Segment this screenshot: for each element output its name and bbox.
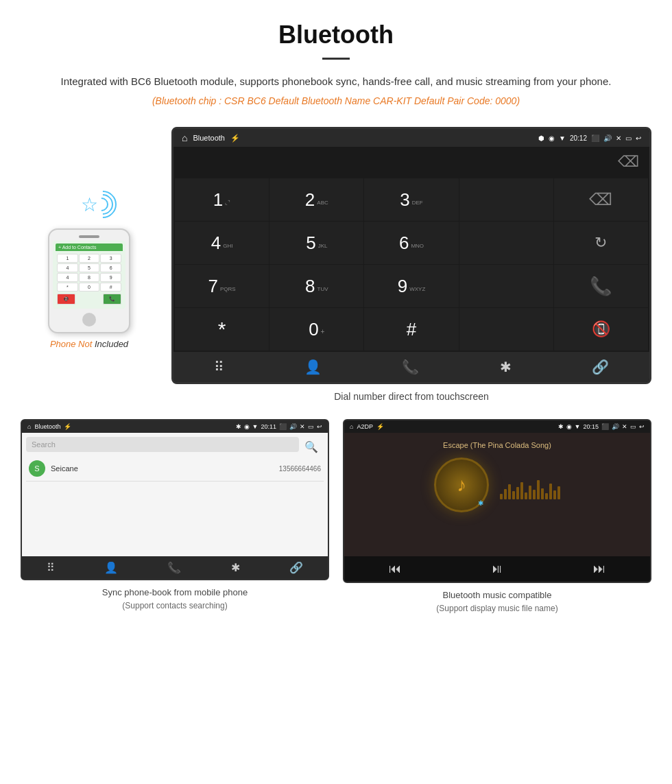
phone-screen-content: 1 2 3 4 5 6 4 8 9 * 0 # (56, 251, 123, 306)
car-screen-wrapper: ⌂ Bluetooth ⚡ ⬢ ◉ ▼ 20:12 ⬛ 🔊 ✕ ▭ ↩ (171, 127, 651, 405)
music-content: Escape (The Pina Colada Song) ♪ ✱ (344, 433, 650, 556)
music-title-bar: A2DP (357, 423, 373, 430)
dial-key-hash[interactable]: # (364, 308, 458, 351)
play-pause-icon[interactable]: ⏯ (491, 562, 503, 576)
call-button[interactable]: 📞 (554, 265, 648, 307)
music-song-title: Escape (The Pina Colada Song) (443, 441, 551, 449)
dial-key-9[interactable]: 9 WXYZ (364, 265, 458, 307)
dial-key-6[interactable]: 6 MNO (364, 222, 458, 264)
back-icon[interactable]: ↩ (636, 134, 641, 142)
music-statusbar-right: ✱ ◉ ▼ 20:15 ⬛ 🔊 ✕ ▭ ↩ (558, 423, 645, 430)
dialpad-icon[interactable]: ⠿ (214, 359, 224, 375)
eq-bar-14 (553, 490, 556, 499)
wifi-icon: ▼ (559, 134, 566, 142)
eq-bar-10 (537, 480, 540, 499)
phone-icon[interactable]: 📞 (402, 359, 419, 375)
backspace-button[interactable]: ⌫ (614, 150, 643, 174)
dial-key-8[interactable]: 8 TUV (269, 265, 363, 307)
eq-bar-8 (529, 486, 531, 499)
music-statusbar: ⌂ A2DP ⚡ ✱ ◉ ▼ 20:15 ⬛ 🔊 ✕ ▭ ↩ (344, 420, 650, 433)
music-controls: ⏮ ⏯ ⏭ (344, 556, 650, 582)
dial-key-5[interactable]: 5 JKL (269, 222, 363, 264)
car-statusbar: ⌂ Bluetooth ⚡ ⬢ ◉ ▼ 20:12 ⬛ 🔊 ✕ ▭ ↩ (173, 129, 649, 147)
bluetooth-toolbar-icon[interactable]: ✱ (500, 359, 512, 375)
close-icon[interactable]: ✕ (616, 134, 621, 142)
music-caption: Bluetooth music compatible (Support disp… (429, 583, 564, 615)
music-block: ⌂ A2DP ⚡ ✱ ◉ ▼ 20:15 ⬛ 🔊 ✕ ▭ ↩ Es (343, 419, 651, 615)
phonebook-caption-sub: (Support contacts searching) (102, 599, 248, 612)
header-description: Integrated with BC6 Bluetooth module, su… (41, 73, 631, 90)
skip-prev-icon[interactable]: ⏮ (389, 562, 401, 576)
phone-end-call: 📵 (57, 294, 75, 305)
link-icon[interactable]: 🔗 (592, 359, 609, 375)
header-specs: (Bluetooth chip : CSR BC6 Default Blueto… (41, 95, 631, 106)
pb-link-toolbar-icon[interactable]: 🔗 (289, 561, 303, 574)
contacts-icon[interactable]: 👤 (304, 359, 322, 375)
search-icon[interactable]: 🔍 (299, 440, 324, 453)
pb-person-icon[interactable]: 👤 (104, 561, 118, 574)
music-x-icon: ✕ (622, 423, 627, 430)
pb-grid-icon[interactable]: ⠿ (47, 561, 55, 574)
car-screen: ⌂ Bluetooth ⚡ ⬢ ◉ ▼ 20:12 ⬛ 🔊 ✕ ▭ ↩ (171, 127, 651, 384)
music-sig-icon: ▼ (575, 423, 581, 430)
pb-back-icon: ↩ (317, 423, 322, 430)
pb-bt-icon: ✱ (236, 423, 241, 430)
pb-contact-number: 13566664466 (279, 465, 321, 473)
phone-home-button (82, 313, 96, 326)
pb-statusbar-right: ✱ ◉ ▼ 20:11 ⬛ 🔊 ✕ ▭ ↩ (236, 423, 322, 430)
reload-cell[interactable]: ↻ (554, 222, 648, 264)
music-caption-main: Bluetooth music compatible (436, 589, 557, 602)
music-bt-icon: ✱ (558, 423, 564, 430)
camera-icon[interactable]: ⬛ (591, 134, 599, 142)
dial-key-7[interactable]: 7 PQRS (175, 265, 269, 307)
pb-home-icon: ⌂ (27, 423, 31, 430)
backspace-cell[interactable]: ⌫ (554, 178, 648, 221)
phone-device: + Add to Contacts 1 2 3 4 5 6 4 8 9 * 0 (48, 228, 130, 333)
pb-search-row: Search 🔍 (26, 437, 324, 456)
pb-bt-toolbar-icon[interactable]: ✱ (231, 561, 240, 574)
eq-bar-7 (525, 492, 527, 499)
phonebook-caption-main: Sync phone-book from mobile phone (102, 586, 248, 599)
phone-screen: + Add to Contacts 1 2 3 4 5 6 4 8 9 * 0 (53, 241, 125, 309)
usb-icon: ⚡ (230, 134, 240, 143)
music-cam-icon: ⬛ (601, 423, 609, 430)
pb-vol-icon: 🔊 (289, 423, 297, 430)
music-album-art: ♪ ✱ (434, 458, 489, 512)
music-back-icon: ↩ (639, 423, 645, 430)
pb-phone-icon[interactable]: 📞 (167, 561, 181, 574)
music-eq-visual (500, 479, 560, 499)
end-call-button[interactable]: 📵 (554, 308, 648, 351)
pb-cam-icon: ⬛ (279, 423, 287, 430)
dial-key-0[interactable]: 0 + (269, 308, 363, 351)
skip-next-icon[interactable]: ⏭ (593, 562, 605, 576)
dial-key-2[interactable]: 2 ABC (269, 178, 363, 221)
volume-icon[interactable]: 🔊 (603, 134, 612, 142)
eq-bar-2 (504, 489, 507, 499)
dialpad-grid: 1 ⌞⌝ 2 ABC 3 (175, 178, 648, 351)
dial-key-star[interactable]: * (175, 308, 269, 351)
pb-usb-icon: ⚡ (64, 423, 71, 430)
eq-bar-11 (541, 488, 544, 499)
phone-key-hash: # (100, 283, 121, 292)
pb-title: Bluetooth (34, 423, 60, 430)
dial-key-3[interactable]: 3 DEF (364, 178, 458, 221)
home-icon[interactable]: ⌂ (182, 132, 187, 143)
music-vol-icon: 🔊 (612, 423, 619, 430)
statusbar-left: ⌂ Bluetooth ⚡ (182, 132, 240, 143)
pb-contact-row[interactable]: S Seicane 13566664466 (26, 456, 324, 482)
dial-key-4[interactable]: 4 GHI (175, 222, 269, 264)
dialpad-empty-1 (459, 178, 553, 221)
dial-toolbar: ⠿ 👤 📞 ✱ 🔗 (173, 352, 649, 382)
pb-time: 20:11 (261, 423, 276, 430)
dialpad-empty-4 (459, 308, 553, 351)
eq-bar-5 (516, 487, 519, 499)
phone-key-2: 2 (79, 254, 100, 263)
window-icon[interactable]: ▭ (625, 134, 632, 142)
pb-search-field[interactable]: Search (26, 437, 299, 452)
dial-key-1[interactable]: 1 ⌞⌝ (175, 178, 269, 221)
phone-not-included-label: Phone Not Included (50, 339, 128, 349)
phone-key-9: 9 (100, 273, 121, 282)
phone-key-7: 4 (57, 273, 78, 282)
eq-bar-12 (545, 493, 548, 499)
header-divider (322, 58, 350, 60)
